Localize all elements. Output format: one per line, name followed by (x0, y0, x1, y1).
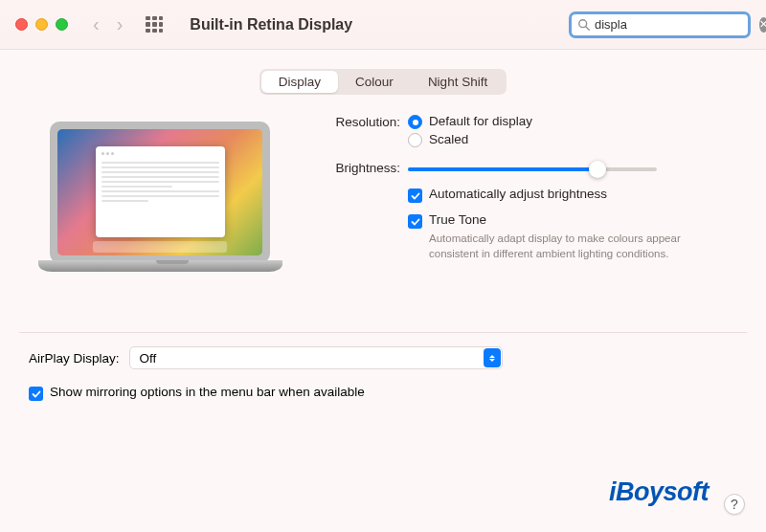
bottom-panel: AirPlay Display: Off Show mirroring opti… (0, 333, 766, 401)
maximize-icon[interactable] (56, 18, 68, 31)
svg-line-1 (586, 26, 590, 30)
resolution-label: Resolution: (316, 114, 408, 150)
logo-watermark: iBoysoft (609, 477, 709, 507)
clear-icon[interactable]: ✕ (759, 17, 766, 33)
back-button[interactable]: ‹ (93, 13, 100, 35)
search-field[interactable]: ✕ (569, 11, 751, 38)
minimize-icon[interactable] (35, 18, 48, 31)
display-preview (38, 122, 306, 294)
settings-panel: Resolution: Default for display Scaled B… (316, 114, 737, 294)
main-content: Resolution: Default for display Scaled B… (0, 95, 766, 294)
titlebar: ‹ › Built-in Retina Display ✕ (0, 0, 766, 50)
tab-colour[interactable]: Colour (338, 71, 411, 93)
checkbox-true-tone[interactable]: True Tone (408, 212, 737, 229)
tab-display[interactable]: Display (261, 71, 338, 93)
airplay-label: AirPlay Display: (29, 351, 120, 366)
window-controls (15, 18, 68, 31)
grid-icon[interactable] (146, 16, 163, 33)
chevron-up-down-icon (484, 348, 501, 367)
help-button[interactable]: ? (724, 494, 745, 515)
nav-arrows: ‹ › (93, 13, 123, 35)
search-icon (577, 18, 591, 32)
true-tone-description: Automatically adapt display to make colo… (429, 232, 697, 261)
tab-bar: Display Colour Night Shift (0, 69, 766, 95)
checkbox-mirroring[interactable]: Show mirroring options in the menu bar w… (29, 385, 365, 401)
search-input[interactable] (595, 17, 755, 32)
forward-button[interactable]: › (117, 13, 124, 35)
brightness-label: Brightness: (316, 160, 408, 175)
airplay-select[interactable]: Off (129, 346, 503, 369)
checkbox-auto-brightness[interactable]: Automatically adjust brightness (408, 187, 737, 203)
brightness-slider[interactable] (408, 167, 657, 171)
radio-default-for-display[interactable]: Default for display (408, 114, 737, 129)
tab-night-shift[interactable]: Night Shift (411, 71, 505, 93)
window-title: Built-in Retina Display (190, 16, 552, 33)
radio-scaled[interactable]: Scaled (408, 132, 737, 147)
close-icon[interactable] (15, 18, 28, 31)
